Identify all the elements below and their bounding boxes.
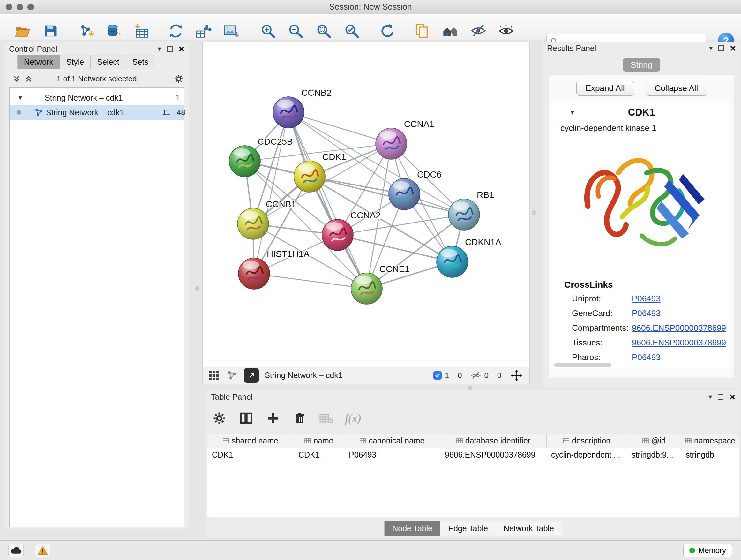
open-in-new-window-button[interactable]	[244, 368, 259, 383]
horizontal-scrollbar[interactable]	[554, 363, 611, 367]
network-table-icon[interactable]	[193, 21, 213, 41]
panel-float-icon[interactable]	[718, 394, 724, 400]
panel-menu-caret-icon[interactable]: ▾	[158, 45, 161, 52]
network-canvas[interactable]: CCNB2CCNA1CDC25BCDK1CDC6RB1CCNB1CCNA2CDK…	[202, 42, 530, 367]
network-node-CCNA2[interactable]: CCNA2	[322, 210, 381, 251]
tab-network[interactable]: Network	[17, 55, 60, 69]
table-cell[interactable]: P06493	[344, 448, 441, 462]
panel-float-icon[interactable]	[718, 45, 724, 51]
left-splitter-handle[interactable]	[195, 287, 199, 291]
panel-close-icon[interactable]: ×	[730, 43, 736, 53]
network-edge[interactable]	[288, 112, 391, 144]
network-edge[interactable]	[254, 273, 367, 289]
show-columns-icon[interactable]	[238, 410, 254, 427]
network-node-CDK1[interactable]: CDK1	[294, 152, 346, 192]
window-maximize-button[interactable]	[27, 4, 34, 10]
panel-menu-caret-icon[interactable]: ▾	[709, 393, 712, 400]
zoom-selected-icon[interactable]	[341, 21, 362, 41]
tree-expand-caret-icon[interactable]: ▾	[18, 94, 22, 101]
table-cell[interactable]: cyclin-dependent ...	[547, 448, 627, 462]
window-minimize-button[interactable]	[17, 4, 23, 10]
window-close-button[interactable]	[6, 4, 12, 10]
birds-eye-grid-icon[interactable]	[208, 370, 219, 381]
panel-float-icon[interactable]	[167, 46, 173, 52]
panel-close-icon[interactable]: ×	[729, 392, 735, 402]
network-row-selected[interactable]: String Network – cdk1 11 48	[10, 105, 184, 120]
crosslink-link[interactable]: P06493	[632, 353, 661, 362]
network-edge[interactable]	[288, 112, 367, 289]
right-splitter-handle[interactable]	[532, 210, 536, 214]
panel-close-icon[interactable]: ×	[179, 44, 185, 54]
table-row[interactable]: CDK1CDK1P064939606.ENSP00000378699cyclin…	[207, 448, 739, 462]
import-table-icon[interactable]	[131, 21, 152, 41]
crosslinks-list: Uniprot:P06493GeneCard:P06493Compartment…	[552, 294, 731, 367]
memory-button[interactable]: Memory	[683, 544, 732, 557]
clear-table-icon-disabled[interactable]	[318, 410, 335, 427]
refresh-icon[interactable]	[377, 21, 397, 41]
selected-elements-checkbox[interactable]	[433, 371, 442, 380]
column-header-description[interactable]: description	[547, 434, 627, 448]
crosslink-link[interactable]: P06493	[632, 308, 661, 318]
table-cell[interactable]: stringdb	[681, 448, 739, 462]
column-header-canonical-name[interactable]: canonical name	[344, 434, 441, 448]
add-column-plus-icon[interactable]	[265, 410, 281, 427]
expand-all-button[interactable]: Expand All	[576, 81, 634, 96]
network-edge[interactable]	[338, 235, 452, 262]
zoom-fit-icon[interactable]	[313, 21, 334, 41]
gene-collapse-caret-icon[interactable]: ▾	[570, 109, 574, 116]
network-edge[interactable]	[310, 177, 464, 214]
bottom-splitter-handle[interactable]	[468, 386, 472, 390]
save-session-icon[interactable]	[40, 21, 61, 41]
home-icon[interactable]	[440, 21, 461, 41]
collapse-all-button[interactable]: Collapse All	[646, 81, 708, 96]
tab-node-table[interactable]: Node Table	[384, 521, 441, 536]
table-settings-gear-icon[interactable]	[211, 410, 227, 427]
column-header-database-identifier[interactable]: database identifier	[441, 434, 547, 448]
pan-crosshair-icon[interactable]	[510, 369, 523, 382]
network-collection-row[interactable]: ▾ String Network – cdk1 1	[10, 90, 184, 105]
open-session-icon[interactable]	[12, 21, 32, 41]
zoom-in-icon[interactable]	[258, 21, 278, 41]
function-builder-fx[interactable]: f(x)	[345, 412, 361, 425]
hidden-elements-eye-icon[interactable]	[470, 371, 481, 380]
tab-edge-table[interactable]: Edge Table	[441, 521, 496, 536]
copy-document-icon[interactable]	[412, 21, 432, 41]
column-header-namespace[interactable]: namespace	[681, 434, 739, 448]
string-results-tab[interactable]: String	[623, 58, 660, 71]
tab-network-table[interactable]: Network Table	[496, 521, 562, 536]
show-eye-icon[interactable]	[496, 21, 516, 41]
tab-style[interactable]: Style	[60, 55, 91, 69]
network-node-RB1[interactable]: RB1	[448, 190, 494, 230]
warning-icon[interactable]	[35, 544, 51, 557]
crosslink-link[interactable]: P06493	[632, 294, 661, 304]
gear-icon[interactable]	[174, 74, 184, 84]
zoom-out-icon[interactable]	[285, 21, 306, 41]
network-from-selection-icon[interactable]	[165, 21, 186, 41]
network-node-CCNB1[interactable]: CCNB1	[238, 199, 296, 240]
tab-sets[interactable]: Sets	[126, 55, 155, 69]
table-cell[interactable]: CDK1	[207, 448, 294, 462]
table-panel-title: Table Panel	[206, 392, 253, 401]
crosslink-link[interactable]: 9606.ENSP00000378699	[632, 338, 726, 348]
network-glyph-icon[interactable]	[227, 370, 237, 381]
column-header--id[interactable]: @id	[627, 434, 681, 448]
table-cell[interactable]: 9606.ENSP00000378699	[441, 448, 547, 462]
crosslink-link[interactable]: 9606.ENSP00000378699	[632, 323, 726, 333]
table-cell[interactable]: stringdb:9...	[627, 448, 681, 462]
export-image-icon[interactable]	[221, 21, 241, 41]
network-node-HIST1H1A[interactable]: HIST1H1A	[239, 249, 310, 289]
table-cell[interactable]: CDK1	[294, 448, 344, 462]
import-network-database-icon[interactable]	[103, 21, 124, 41]
cloud-icon[interactable]	[8, 544, 23, 557]
panel-menu-caret-icon[interactable]: ▾	[709, 45, 713, 52]
import-network-file-icon[interactable]	[76, 21, 97, 41]
column-header-shared-name[interactable]: shared name	[207, 434, 294, 448]
network-node-CCNE1[interactable]: CCNE1	[351, 264, 410, 304]
delete-column-trash-icon[interactable]	[291, 410, 308, 427]
network-node-CDKN1A[interactable]: CDKN1A	[436, 237, 501, 277]
tab-select[interactable]: Select	[91, 55, 126, 69]
column-header-name[interactable]: name	[294, 434, 344, 448]
network-node-CCNA1[interactable]: CCNA1	[376, 119, 434, 159]
hide-eye-icon[interactable]	[468, 21, 488, 41]
network-edge-count: 48	[177, 108, 185, 117]
